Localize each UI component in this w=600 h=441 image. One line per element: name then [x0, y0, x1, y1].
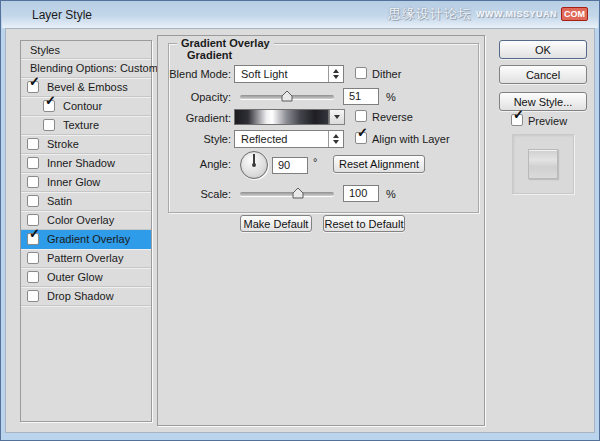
contour-checkbox[interactable]: ✓ [43, 100, 55, 112]
sidebar-item-contour[interactable]: ✓Contour [21, 97, 151, 116]
watermark: 思缘设计论坛 WWW.MISSYUAN COM [388, 5, 588, 23]
sidebar-item-label: Bevel & Emboss [47, 81, 128, 93]
styles-header-label: Styles [30, 44, 60, 56]
watermark-badge: COM [561, 7, 588, 21]
angle-dial[interactable] [240, 151, 268, 179]
make-default-button[interactable]: Make Default [240, 215, 312, 232]
reverse-label: Reverse [372, 111, 413, 123]
dialog-title: Layer Style [32, 8, 92, 22]
styles-list: Styles Blending Options: Custom ✓Bevel &… [20, 40, 152, 422]
style-dropdown[interactable]: Reflected [234, 130, 344, 148]
gradient-groupbox: Gradient Overlay Gradient Blend Mode: So… [168, 43, 479, 213]
sidebar-item-outer-glow[interactable]: Outer Glow [21, 268, 151, 287]
sidebar-item-label: Outer Glow [47, 271, 103, 283]
check-icon: ✓ [513, 108, 524, 121]
sidebar-item-drop-shadow[interactable]: Drop Shadow [21, 287, 151, 306]
opacity-input[interactable]: 51 [343, 88, 379, 105]
preview-frame [512, 134, 574, 194]
gradient-overlay-panel: Gradient Overlay Gradient Blend Mode: So… [157, 35, 485, 426]
sidebar-item-label: Inner Glow [47, 176, 100, 188]
angle-center-dot [252, 163, 256, 167]
sidebar-item-label: Satin [47, 195, 72, 207]
scale-slider[interactable] [240, 192, 334, 196]
sidebar-item-label: Texture [63, 119, 99, 131]
sidebar-item-label: Inner Shadow [47, 157, 115, 169]
reset-alignment-button[interactable]: Reset Alignment [333, 155, 425, 173]
gradient-swatch[interactable] [234, 109, 329, 125]
sidebar-item-label: Gradient Overlay [47, 233, 130, 245]
dialog-content: Styles Blending Options: Custom ✓Bevel &… [5, 28, 595, 433]
satin-checkbox[interactable] [27, 195, 39, 207]
styles-list-header: Styles [21, 41, 151, 59]
blend-mode-value: Soft Light [241, 68, 328, 80]
titlebar[interactable]: Layer Style 思缘设计论坛 WWW.MISSYUAN COM [2, 1, 598, 28]
check-icon: ✓ [29, 75, 40, 88]
watermark-cn-text: 思缘设计论坛 [388, 5, 472, 23]
dither-checkbox[interactable] [355, 67, 367, 79]
pattern-overlay-checkbox[interactable] [27, 252, 39, 264]
style-value: Reflected [241, 133, 328, 145]
opacity-slider-thumb[interactable] [281, 90, 293, 102]
sidebar-item-stroke[interactable]: Stroke [21, 135, 151, 154]
stroke-checkbox[interactable] [27, 138, 39, 150]
scale-slider-thumb[interactable] [292, 187, 304, 199]
sidebar-item-inner-shadow[interactable]: Inner Shadow [21, 154, 151, 173]
align-with-layer-label: Align with Layer [372, 133, 450, 145]
scale-input[interactable]: 100 [343, 185, 379, 202]
inner-shadow-checkbox[interactable] [27, 157, 39, 169]
style-label: Style: [169, 133, 231, 145]
check-icon: ✓ [45, 94, 56, 107]
cancel-button[interactable]: Cancel [499, 65, 587, 84]
blend-mode-label: Blend Mode: [169, 68, 231, 80]
inner-glow-checkbox[interactable] [27, 176, 39, 188]
angle-unit: ° [313, 156, 317, 168]
scale-label: Scale: [169, 188, 231, 200]
opacity-unit: % [386, 91, 396, 103]
angle-input[interactable]: 90 [272, 157, 308, 174]
gradient-picker-arrow[interactable] [329, 109, 345, 125]
reset-to-default-button[interactable]: Reset to Default [323, 215, 405, 232]
group-title: Gradient Overlay [177, 37, 274, 49]
outer-glow-checkbox[interactable] [27, 271, 39, 283]
opacity-label: Opacity: [169, 91, 231, 103]
texture-checkbox[interactable] [43, 119, 55, 131]
preview-checkbox[interactable]: ✓ [511, 114, 523, 126]
blend-mode-dropdown[interactable]: Soft Light [234, 65, 344, 83]
layer-style-dialog: Layer Style 思缘设计论坛 WWW.MISSYUAN COM Styl… [0, 0, 600, 441]
scale-unit: % [386, 188, 396, 200]
sidebar-item-bevel-emboss[interactable]: ✓Bevel & Emboss [21, 78, 151, 97]
drop-shadow-checkbox[interactable] [27, 290, 39, 302]
sidebar-item-label: Stroke [47, 138, 79, 150]
ok-button[interactable]: OK [499, 40, 587, 59]
sidebar-item-pattern-overlay[interactable]: Pattern Overlay [21, 249, 151, 268]
blending-options-label: Blending Options: Custom [30, 62, 158, 74]
sidebar-item-label: Pattern Overlay [47, 252, 123, 264]
dither-label: Dither [372, 68, 401, 80]
opacity-slider[interactable] [240, 95, 334, 99]
check-icon: ✓ [357, 126, 368, 139]
check-icon: ✓ [29, 227, 40, 240]
sidebar-item-label: Color Overlay [47, 214, 114, 226]
sidebar-item-texture[interactable]: Texture [21, 116, 151, 135]
align-with-layer-checkbox[interactable]: ✓ [355, 132, 367, 144]
gradient-overlay-checkbox[interactable]: ✓ [27, 233, 39, 245]
angle-label: Angle: [169, 158, 231, 170]
stepper-arrows-icon [328, 131, 343, 147]
chevron-down-icon [334, 115, 340, 119]
stepper-arrows-icon [328, 66, 343, 82]
sidebar-item-color-overlay[interactable]: Color Overlay [21, 211, 151, 230]
watermark-url-text: WWW.MISSYUAN [476, 9, 557, 19]
reverse-checkbox[interactable] [355, 110, 367, 122]
color-overlay-checkbox[interactable] [27, 214, 39, 226]
sidebar-item-inner-glow[interactable]: Inner Glow [21, 173, 151, 192]
preview-label: Preview [528, 115, 567, 127]
sidebar-item-label: Contour [63, 100, 102, 112]
bevel-emboss-checkbox[interactable]: ✓ [27, 81, 39, 93]
preview-thumbnail [528, 149, 558, 179]
sidebar-item-gradient-overlay[interactable]: ✓Gradient Overlay [21, 230, 151, 249]
sidebar-item-satin[interactable]: Satin [21, 192, 151, 211]
styles-list-items: ✓Bevel & Emboss✓ContourTextureStrokeInne… [21, 78, 151, 306]
gradient-label: Gradient: [169, 112, 231, 124]
section-title: Gradient [187, 49, 232, 61]
sidebar-item-blending-options[interactable]: Blending Options: Custom [21, 59, 151, 78]
